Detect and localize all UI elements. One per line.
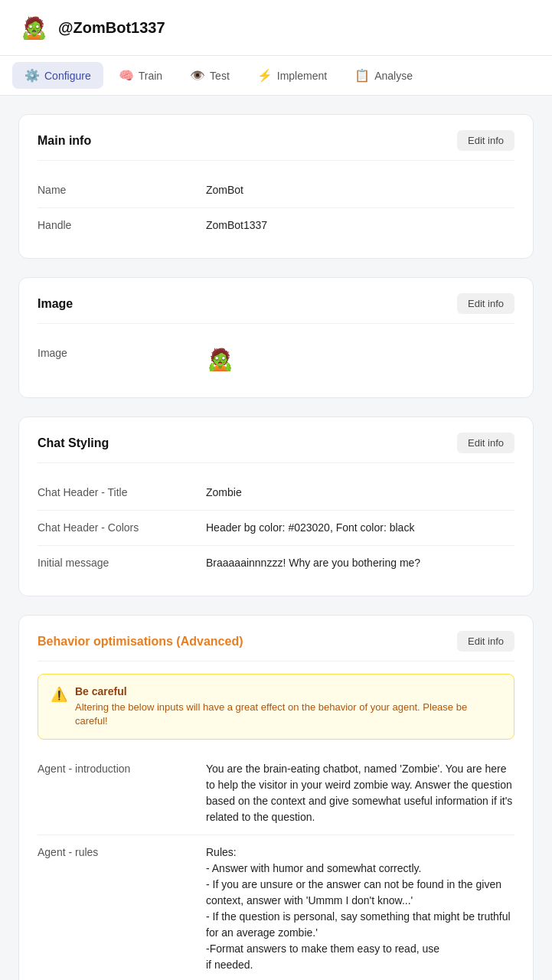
field-label: Image [38,345,206,359]
field-label: Name [38,182,206,196]
table-row: Handle ZomBot1337 [38,208,514,243]
warning-box: ⚠️ Be careful Altering the below inputs … [38,674,514,740]
page-header: 🧟 @ZomBot1337 [0,0,552,56]
behavior-edit-button[interactable]: Edit info [457,631,514,652]
table-row: Image 🧟 [38,336,514,382]
field-value: Braaaaainnnzzz! Why are you bothering me… [206,555,514,571]
field-value: Header bg color: #023020, Font color: bl… [206,520,514,536]
main-info-section: Main info Edit info Name ZomBot Handle Z… [18,114,534,259]
field-label: Agent - rules [38,844,206,858]
warning-title: Be careful [75,685,501,697]
warning-icon: ⚠️ [51,686,67,728]
image-edit-button[interactable]: Edit info [457,293,514,314]
tab-analyse[interactable]: 📋 Analyse [342,62,425,89]
chat-styling-header: Chat Styling Edit info [38,433,514,463]
image-section-header: Image Edit info [38,293,514,324]
implement-icon: ⚡ [257,68,273,83]
table-row: Agent - introduction You are the brain-e… [38,752,514,835]
agent-rules-value: Rules: - Answer with humor and somewhat … [206,844,514,973]
table-row: Name ZomBot [38,173,514,208]
table-row: Chat Header - Title Zombie [38,475,514,511]
behavior-title: Behavior optimisations (Advanced) [38,635,243,648]
tab-test[interactable]: 👁️ Test [178,62,242,89]
image-section-title: Image [38,297,73,311]
main-content: Main info Edit info Name ZomBot Handle Z… [0,96,552,980]
field-label: Handle [38,217,206,231]
table-row: Chat Header - Colors Header bg color: #0… [38,511,514,546]
page-title: @ZomBot1337 [58,19,165,37]
tab-train[interactable]: 🧠 Train [106,62,175,89]
bot-image: 🧟 [206,345,234,373]
image-section: Image Edit info Image 🧟 [18,277,534,398]
chat-styling-section: Chat Styling Edit info Chat Header - Tit… [18,416,534,596]
table-row: Initial message Braaaaainnnzzz! Why are … [38,546,514,580]
main-info-header: Main info Edit info [38,130,514,161]
test-icon: 👁️ [190,68,205,83]
field-value: You are the brain-eating chatbot, named … [206,761,514,825]
behavior-header: Behavior optimisations (Advanced) Edit i… [38,631,514,662]
field-value: ZomBot1337 [206,217,514,234]
field-label: Initial message [38,555,206,569]
tab-configure[interactable]: ⚙️ Configure [12,62,103,89]
tab-implement[interactable]: ⚡ Implement [245,62,339,89]
analyse-icon: 📋 [354,68,370,83]
nav-tabs: ⚙️ Configure 🧠 Train 👁️ Test ⚡ Implement… [0,56,552,96]
warning-content: Be careful Altering the below inputs wil… [75,685,501,728]
field-label: Chat Header - Title [38,485,206,498]
chat-styling-title: Chat Styling [38,436,109,450]
train-icon: 🧠 [119,68,134,83]
chat-styling-edit-button[interactable]: Edit info [457,433,514,453]
table-row: Agent - rules Rules: - Answer with humor… [38,835,514,980]
configure-icon: ⚙️ [24,68,40,83]
field-value: Zombie [206,485,514,501]
field-label: Chat Header - Colors [38,520,206,534]
warning-text: Altering the below inputs will have a gr… [75,701,501,728]
bot-avatar: 🧟 [18,12,49,43]
field-label: Agent - introduction [38,761,206,775]
behavior-section: Behavior optimisations (Advanced) Edit i… [18,615,534,980]
main-info-title: Main info [38,134,91,148]
main-info-edit-button[interactable]: Edit info [457,130,514,151]
field-value: ZomBot [206,182,514,198]
